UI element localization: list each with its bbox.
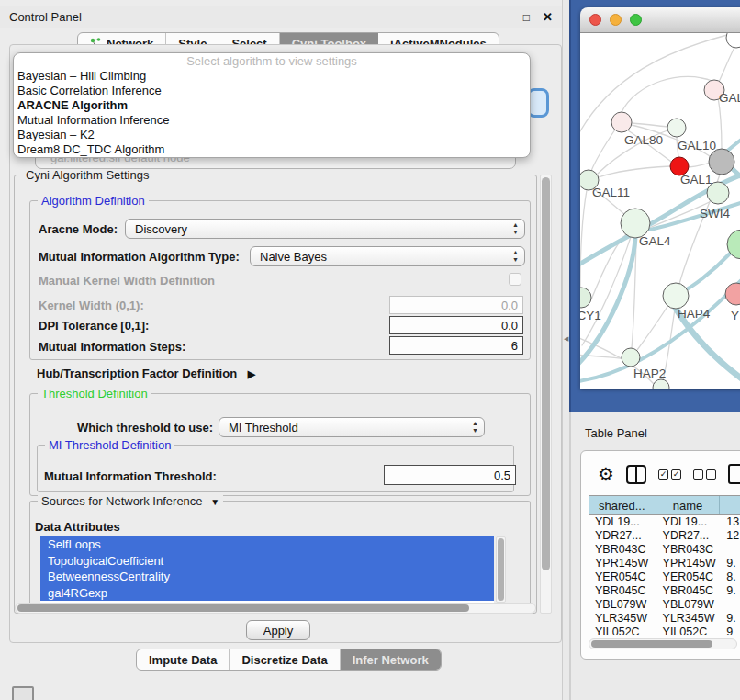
attribute-item-topologicalcoefficient[interactable]: TopologicalCoefficient (40, 553, 494, 570)
network-node[interactable] (726, 33, 740, 48)
minimize-traffic-light[interactable] (610, 14, 622, 26)
control-panel-title: Control Panel (9, 10, 82, 24)
dropdown-placeholder: Select algorithm to view settings (14, 53, 530, 69)
table-cell: YER054C (656, 570, 721, 584)
mi-type-combo[interactable]: Naive Bayes ▲▼ (250, 246, 525, 266)
table-cell: YPR145W (589, 557, 656, 570)
network-edge[interactable] (622, 76, 714, 112)
attr-list-scroll-thumb[interactable] (498, 538, 504, 601)
dpi-tolerance-field[interactable]: 0.0 (389, 316, 523, 334)
kernel-width-label: Kernel Width (0,1): (39, 299, 144, 312)
mi-type-label: Mutual Information Algorithm Type: (39, 250, 240, 264)
table-cell: 8. (720, 570, 740, 584)
network-edge[interactable] (637, 305, 668, 350)
mi-steps-label: Mutual Information Steps: (39, 340, 185, 354)
algorithm-option-dream8-dc-tdc-algorithm[interactable]: Dream8 DC_TDC Algorithm (14, 142, 530, 157)
settings-hscroll-thumb[interactable] (17, 604, 469, 612)
table-row[interactable]: YLR345WYLR345W9. (589, 612, 740, 626)
network-node[interactable] (663, 283, 689, 309)
which-threshold-combo[interactable]: MI Threshold ▲▼ (219, 417, 485, 437)
deselect-all-icon[interactable] (693, 469, 716, 480)
node-label-hap2: HAP2 (633, 367, 666, 380)
bottom-tab-impute-data[interactable]: Impute Data (137, 649, 230, 670)
network-edge[interactable] (718, 97, 722, 149)
algorithm-option-bayesian-k2[interactable]: Bayesian – K2 (14, 128, 530, 142)
table-hscroll-thumb[interactable] (591, 640, 712, 648)
table-horizontal-scrollbar[interactable] (589, 638, 737, 649)
table-row[interactable]: YIL052CYIL052C9 (589, 626, 740, 635)
algorithm-option-basic-correlation-inference[interactable]: Basic Correlation Inference (14, 84, 530, 98)
threshold-definition-title: Threshold Definition (38, 387, 151, 401)
which-threshold-value: MI Threshold (229, 421, 298, 435)
new-table-icon[interactable] (728, 464, 740, 484)
network-node[interactable] (667, 119, 686, 137)
attribute-item-gal4rgexp[interactable]: gal4RGexp (40, 585, 494, 602)
close-icon[interactable]: ✕ (543, 10, 553, 24)
close-traffic-light[interactable] (589, 14, 601, 26)
table-row[interactable]: YPR145WYPR145W9. (589, 557, 740, 570)
attr-list-scrollbar[interactable] (496, 536, 506, 603)
network-edge[interactable] (689, 163, 710, 167)
column-header-a[interactable]: A (720, 496, 740, 514)
table-cell: YPR145W (656, 557, 721, 570)
algorithm-option-mutual-information-inference[interactable]: Mutual Information Inference (14, 113, 530, 128)
splitter-collapse-icon[interactable]: ◀ (564, 335, 568, 343)
mi-threshold-field[interactable]: 0.5 (384, 465, 516, 485)
combo-caret-icon: ▲▼ (472, 420, 478, 435)
hub-section-toggle[interactable]: Hub/Transcription Factor Definition ▶ (37, 367, 255, 380)
select-all-icon[interactable]: ✓ ✓ (658, 469, 681, 480)
bottom-tab-discretize-data[interactable]: Discretize Data (230, 649, 340, 670)
network-edge[interactable] (683, 254, 730, 291)
network-edge[interactable] (591, 130, 615, 171)
panel-splitter[interactable]: ◀ (562, 0, 569, 700)
float-window-icon[interactable]: □ (523, 11, 530, 24)
network-node[interactable] (611, 112, 632, 132)
gear-icon[interactable]: ⚙ (598, 465, 614, 483)
network-canvas[interactable]: GALGAL80GAL10GAL1GAL11SWI4GAL4GCY1HAP4YH… (580, 33, 740, 389)
network-node[interactable] (622, 348, 640, 367)
data-attributes-label: Data Attributes (35, 520, 120, 534)
settings-horizontal-scrollbar[interactable] (15, 603, 536, 614)
table-row[interactable]: YER054CYER054C8. (589, 570, 740, 584)
bottom-tab-infer-network[interactable]: Infer Network (341, 649, 441, 670)
column-header-name[interactable]: name (656, 496, 721, 514)
aracne-mode-combo[interactable]: Discovery ▲▼ (125, 219, 525, 239)
apply-button[interactable]: Apply (246, 620, 310, 640)
minimized-panel-icon[interactable] (12, 686, 34, 700)
mi-steps-field[interactable]: 6 (389, 336, 523, 355)
table-row[interactable]: YBR045CYBR045C9. (589, 584, 740, 598)
table-cell: 9. (720, 612, 740, 626)
kernel-width-field[interactable]: 0.0 (389, 296, 523, 314)
table-cell: YER054C (589, 570, 656, 584)
network-node[interactable] (580, 288, 591, 308)
network-node[interactable] (653, 379, 669, 389)
sources-group-toggle[interactable]: Sources for Network Inference ▼ (38, 494, 223, 508)
network-edge[interactable] (725, 132, 740, 152)
split-columns-icon[interactable] (626, 465, 646, 484)
aracne-mode-label: Aracne Mode: (39, 222, 118, 236)
algorithm-option-bayesian-hill-climbing[interactable]: Bayesian – Hill Climbing (14, 69, 530, 84)
table-row[interactable]: YDL19...YDL19...13 (589, 515, 740, 529)
network-node[interactable] (709, 149, 734, 175)
bottom-tab-bar: Impute DataDiscretize DataInfer Network (136, 649, 442, 671)
node-label-gal80: GAL80 (624, 133, 663, 147)
table-row[interactable]: YBR043CYBR043C (589, 543, 740, 557)
network-node[interactable] (725, 283, 740, 305)
column-header-shared[interactable]: shared... (589, 496, 656, 514)
algorithm-option-aracne-algorithm[interactable]: ARACNE Algorithm (14, 98, 530, 113)
node-label-gal4: GAL4 (639, 234, 671, 248)
network-window-titlebar[interactable] (580, 7, 740, 33)
network-view-window[interactable]: GALGAL80GAL10GAL1GAL11SWI4GAL4GCY1HAP4YH… (580, 7, 740, 389)
table-row[interactable]: YBL079WYBL079W (589, 598, 740, 612)
settings-vscroll-thumb[interactable] (542, 177, 550, 570)
table-cell: YBR043C (656, 543, 721, 557)
zoom-traffic-light[interactable] (630, 14, 642, 26)
network-edge[interactable] (580, 190, 587, 288)
attribute-item-betweennesscentrality[interactable]: BetweennessCentrality (40, 569, 494, 585)
network-edge[interactable] (599, 166, 670, 177)
table-row[interactable]: YDR27...YDR27...12 (589, 529, 740, 543)
attribute-item-selfloops[interactable]: SelfLoops (40, 536, 494, 553)
settings-vertical-scrollbar[interactable] (540, 175, 552, 614)
network-edge[interactable] (719, 44, 736, 82)
manual-kernel-checkbox[interactable] (509, 273, 521, 286)
